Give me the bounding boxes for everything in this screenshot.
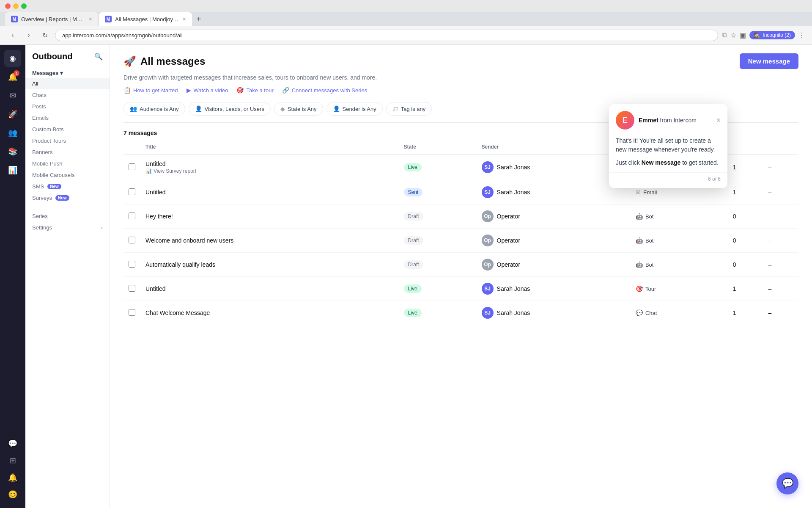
row-sender-cell-0: SJ Sarah Jonas: [477, 155, 631, 180]
quick-link-tour[interactable]: 🎯 Take a tour: [236, 87, 273, 94]
sidebar-item-settings-label: Settings: [32, 224, 52, 231]
sidebar-icon-home[interactable]: ◉: [4, 50, 21, 67]
tour-icon: 🎯: [236, 87, 244, 94]
sidebar-icon-user[interactable]: 😊: [4, 486, 21, 503]
sidebar-item-mobile-carousels[interactable]: Mobile Carousels: [25, 169, 110, 181]
browser-chrome: M Overview | Reports | Moodjoy × M All M…: [0, 0, 812, 45]
row-state-cell-0: Live: [399, 155, 477, 180]
address-bar[interactable]: app.intercom.com/a/apps/nnsgmgob/outboun…: [55, 30, 718, 41]
menu-icon[interactable]: ⋮: [798, 31, 805, 39]
tab-1-close[interactable]: ×: [89, 16, 92, 22]
row-sender-avatar-0: SJ: [482, 161, 494, 173]
type-icon-5: 🎯: [636, 285, 643, 292]
filter-tag-label: Tag is any: [401, 106, 426, 112]
quick-link-video-label: Watch a video: [194, 87, 228, 94]
messages-icon: ✉: [10, 91, 16, 100]
user-icon: 😊: [8, 490, 17, 499]
row-count-cell-6: 1: [728, 301, 763, 325]
row-state-badge-6: Live: [404, 309, 422, 317]
chat-bubble-button[interactable]: 💬: [776, 472, 798, 494]
filter-visitors[interactable]: 👤 Visitors, Leads, or Users: [189, 102, 271, 116]
back-button[interactable]: ‹: [7, 29, 19, 41]
bookmark-icon[interactable]: ☆: [730, 31, 736, 39]
maximize-window-btn[interactable]: [21, 3, 27, 9]
quick-link-series[interactable]: 🔗 Connect messages with Series: [282, 87, 367, 94]
split-icon[interactable]: ▣: [740, 31, 746, 39]
type-icon-2: 🤖: [636, 213, 643, 220]
new-message-button[interactable]: New message: [740, 53, 798, 69]
sidebar-icon-messages[interactable]: ✉: [4, 87, 21, 104]
row-checkbox-cell-1: [123, 180, 140, 204]
refresh-button[interactable]: ↻: [39, 29, 51, 41]
row-sender-name-5: Sarah Jonas: [497, 285, 530, 292]
sidebar-icon-apps[interactable]: ⊞: [4, 452, 21, 469]
row-checkbox-1[interactable]: [129, 188, 135, 195]
sidebar-item-surveys[interactable]: Surveys New: [25, 192, 110, 204]
reports-icon: 📊: [8, 166, 17, 175]
sidebar-nav-title: Outbound: [32, 52, 73, 61]
row-checkbox-3[interactable]: [129, 237, 135, 243]
sidebar-item-all[interactable]: All: [25, 78, 110, 89]
sidebar-item-product-tours[interactable]: Product Tours: [25, 135, 110, 146]
sidebar-icon-outbound[interactable]: 🚀: [4, 106, 21, 123]
extensions-icon[interactable]: ⧉: [722, 31, 727, 39]
tab-2-close[interactable]: ×: [183, 16, 186, 22]
browser-tab-1[interactable]: M Overview | Reports | Moodjoy ×: [5, 12, 98, 26]
quick-link-how-to[interactable]: 📋 How to get started: [123, 87, 178, 94]
filter-tag[interactable]: 🏷 Tag is any: [386, 102, 432, 116]
tag-filter-icon: 🏷: [392, 105, 398, 112]
row-checkbox-4[interactable]: [129, 261, 135, 268]
video-icon: ▶: [187, 87, 191, 94]
sidebar-item-posts-label: Posts: [32, 103, 46, 110]
sidebar-icon-bell[interactable]: 🔔: [4, 469, 21, 486]
popover-avatar: E: [616, 111, 634, 130]
sidebar-icon-chat[interactable]: 💬: [4, 435, 21, 452]
sidebar-item-settings[interactable]: Settings ›: [25, 222, 110, 233]
incognito-badge[interactable]: 🕵 Incognito (2): [749, 31, 795, 39]
row-checkbox-cell-0: [123, 155, 140, 180]
forward-button[interactable]: ›: [23, 29, 35, 41]
sidebar-icon-notifications[interactable]: 🔔 1: [4, 69, 21, 86]
row-checkbox-5[interactable]: [129, 285, 135, 292]
knowledge-icon: 📚: [8, 147, 17, 156]
row-checkbox-0[interactable]: [129, 163, 135, 170]
row-type-2: 🤖 Bot: [636, 213, 723, 220]
row-checkbox-6[interactable]: [129, 309, 135, 316]
filter-state[interactable]: ◆ State is Any: [274, 102, 323, 116]
row-title-cell-2: Hey there!: [140, 204, 399, 229]
sidebar-icon-reports[interactable]: 📊: [4, 162, 21, 179]
browser-tab-2[interactable]: M All Messages | Moodjoy | Inter... ×: [99, 12, 192, 26]
type-icon-4: 🤖: [636, 261, 643, 268]
row-title-cell-1: Untitled: [140, 180, 399, 204]
filter-audience[interactable]: 👥 Audience is Any: [123, 102, 185, 116]
sidebar-item-chats[interactable]: Chats: [25, 89, 110, 101]
incognito-icon: 🕵: [754, 32, 760, 38]
row-checkbox-cell-4: [123, 253, 140, 277]
row-sender-4: Op Operator: [482, 259, 625, 271]
sidebar-item-posts[interactable]: Posts: [25, 101, 110, 112]
close-window-btn[interactable]: [5, 3, 11, 9]
minimize-window-btn[interactable]: [13, 3, 19, 9]
sidebar-item-mobile-push[interactable]: Mobile Push: [25, 158, 110, 169]
filter-sender[interactable]: 👤 Sender is Any: [326, 102, 383, 116]
sidebar-icon-knowledge[interactable]: 📚: [4, 143, 21, 160]
sidebar-item-banners[interactable]: Banners: [25, 146, 110, 158]
type-label-6: Chat: [645, 310, 657, 316]
sidebar-item-sms[interactable]: SMS New: [25, 181, 110, 192]
popover-body-suffix: to get started.: [680, 159, 719, 166]
sidebar-item-series[interactable]: Series: [25, 210, 110, 222]
messages-section-label[interactable]: Messages ▾: [25, 68, 110, 78]
sidebar-search-icon[interactable]: 🔍: [94, 52, 103, 61]
new-tab-button[interactable]: +: [193, 13, 205, 26]
row-checkbox-2[interactable]: [129, 213, 135, 219]
popover-close-button[interactable]: ×: [716, 116, 721, 124]
sidebar-item-emails[interactable]: Emails: [25, 112, 110, 124]
book-icon: 📋: [123, 87, 131, 94]
page-header: 🚀 All messages New message Drive growth …: [110, 45, 812, 102]
row-sender-cell-3: Op Operator: [477, 229, 631, 253]
sidebar-item-custom-bots[interactable]: Custom Bots: [25, 124, 110, 135]
quick-link-video[interactable]: ▶ Watch a video: [187, 87, 228, 94]
row-title-cell-0: Untitled 📊 View Survey report: [140, 155, 399, 180]
sidebar-icon-contacts[interactable]: 👥: [4, 124, 21, 141]
row-sender-avatar-6: SJ: [482, 307, 494, 319]
